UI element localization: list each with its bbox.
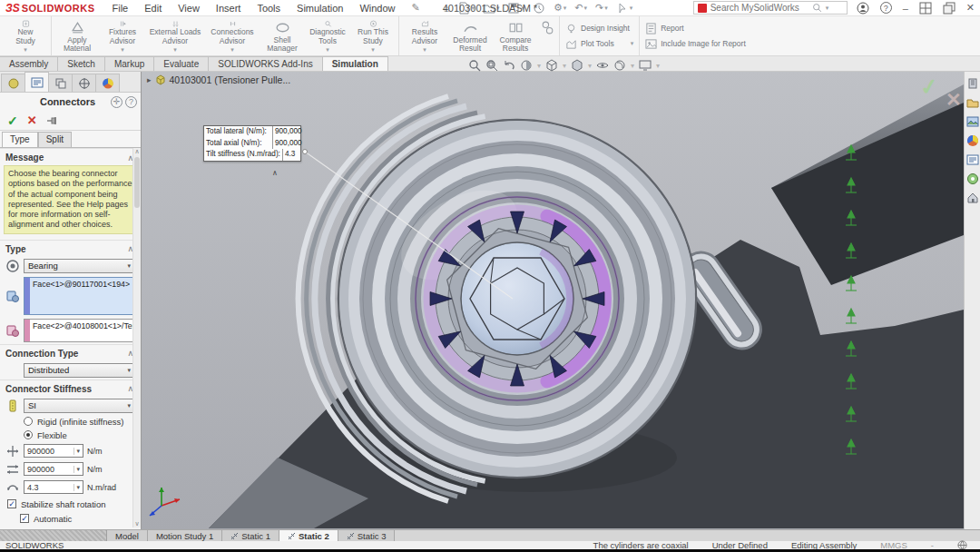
flyout-feature-tree-item[interactable]: ▸ 40103001 (Tensioner Pulle...: [147, 74, 290, 85]
pushpin-icon[interactable]: [46, 115, 61, 126]
expand-icon[interactable]: ▸: [147, 75, 152, 84]
view-orientation-icon[interactable]: [545, 59, 558, 72]
face-selection-box-2[interactable]: Face<2>@40108001<1>/Tensioner_Pull...: [24, 319, 141, 342]
connections-advisor-button[interactable]: ConnectionsAdvisor ▾: [205, 18, 260, 54]
viewports-button[interactable]: [919, 2, 932, 15]
callout-collapse-icon[interactable]: ∧: [272, 169, 278, 177]
zoom-to-fit-icon[interactable]: [468, 59, 481, 72]
flexible-radio-row[interactable]: Flexible: [0, 429, 141, 442]
print-button[interactable]: [530, 2, 548, 15]
zoom-to-area-icon[interactable]: [485, 59, 498, 72]
shell-manager-button[interactable]: ShellManager: [260, 18, 305, 54]
open-document-button[interactable]: ▾: [480, 2, 503, 15]
fixtures-advisor-button[interactable]: FixturesAdvisor ▾: [100, 18, 145, 54]
search-icon[interactable]: [812, 3, 822, 13]
mode-tab-split[interactable]: Split: [38, 132, 72, 147]
stabilize-checkbox[interactable]: ✓: [7, 499, 16, 508]
confirmation-corner-ok-icon[interactable]: ✓: [918, 74, 940, 102]
panel-help-icon[interactable]: ?: [125, 96, 137, 108]
previous-view-icon[interactable]: [503, 59, 515, 72]
design-insight-button[interactable]: Design Insight: [565, 23, 633, 34]
home-button[interactable]: ⌂: [441, 3, 453, 14]
lateral-stiffness-input[interactable]: 900000▾: [24, 444, 83, 458]
search-input[interactable]: [710, 3, 808, 13]
axial-stiffness-input[interactable]: 900000▾: [24, 462, 83, 476]
mode-tab-type[interactable]: Type: [2, 132, 38, 147]
tab-featuremanager[interactable]: [1, 74, 25, 92]
select-button[interactable]: ▾: [613, 2, 636, 15]
deformed-result-button[interactable]: DeformedResult: [447, 18, 493, 54]
face-1-entry[interactable]: Face<1>@90117001<194>: [30, 278, 132, 314]
compare-results-button[interactable]: CompareResults: [493, 18, 538, 54]
tab-simulation[interactable]: Simulation: [322, 56, 388, 71]
display-style-icon[interactable]: [571, 59, 583, 72]
menu-file[interactable]: File: [104, 3, 137, 14]
connector-type-select[interactable]: Bearing▾: [24, 259, 135, 273]
automatic-row[interactable]: ✓ Automatic: [0, 511, 141, 526]
tab-markup[interactable]: Markup: [104, 56, 154, 71]
tab-static-2[interactable]: Static 2: [279, 530, 338, 541]
tilt-stiffness-input[interactable]: 4.3▾: [24, 480, 83, 494]
results-advisor-button[interactable]: ResultsAdvisor ▾: [402, 18, 447, 54]
tab-model[interactable]: Model: [107, 530, 148, 541]
face-2-entry[interactable]: Face<2>@40108001<1>/Tensioner_Pull...: [30, 320, 141, 341]
stabilize-shaft-rotation-row[interactable]: ✓ Stabilize shaft rotation: [0, 497, 141, 511]
section-view-icon[interactable]: [520, 59, 533, 72]
search-mysolidworks-box[interactable]: ▾: [693, 1, 848, 15]
menu-pin-icon[interactable]: ✎: [404, 2, 428, 14]
appearances-scenes-icon[interactable]: [966, 153, 979, 166]
run-this-study-button[interactable]: Run ThisStudy ▾: [350, 18, 396, 54]
plot-tools-button[interactable]: Plot Tools ▾: [565, 38, 633, 50]
help-button[interactable]: ?: [880, 2, 892, 14]
apply-material-button[interactable]: ApplyMaterial: [54, 18, 100, 54]
offloaded-simulation-button[interactable]: [538, 18, 556, 54]
forum-home-icon[interactable]: [966, 192, 979, 204]
menu-edit[interactable]: Edit: [136, 3, 170, 14]
custom-properties-icon[interactable]: [966, 172, 979, 185]
menu-simulation[interactable]: Simulation: [289, 3, 351, 14]
tab-configurationmanager[interactable]: [48, 74, 73, 92]
flexible-radio[interactable]: [24, 430, 33, 439]
face-selection-box-1[interactable]: Face<1>@90117001<194>: [24, 277, 135, 315]
tab-assembly[interactable]: Assembly: [0, 56, 58, 71]
undo-button[interactable]: ↶▾: [572, 2, 590, 14]
rigid-radio[interactable]: [24, 417, 33, 426]
menu-tools[interactable]: Tools: [249, 3, 289, 14]
connection-type-select[interactable]: Distributed▾: [24, 363, 135, 378]
file-explorer-icon[interactable]: [966, 115, 979, 128]
new-study-button[interactable]: NewStudy ▾: [3, 18, 48, 54]
section-header-connector-stiffness[interactable]: Connector Stiffness∧: [0, 380, 141, 397]
tab-static-1[interactable]: Static 1: [222, 530, 279, 541]
hide-show-items-icon[interactable]: [596, 59, 609, 72]
menu-view[interactable]: View: [170, 3, 208, 14]
solidworks-resources-icon[interactable]: [966, 77, 979, 90]
cancel-button[interactable]: ✕: [27, 113, 37, 127]
ok-button[interactable]: ✓: [7, 113, 18, 128]
tab-sketch[interactable]: Sketch: [57, 56, 105, 71]
confirmation-corner-cancel-icon[interactable]: ✕: [946, 89, 962, 111]
redo-button[interactable]: ↷▾: [593, 2, 611, 14]
design-library-icon[interactable]: [966, 96, 979, 109]
edit-appearance-icon[interactable]: [613, 59, 626, 72]
section-header-connection-type[interactable]: Connection Type∧: [0, 344, 141, 361]
restore-window-button[interactable]: [943, 2, 956, 15]
menu-insert[interactable]: Insert: [208, 3, 250, 14]
tab-propertymanager[interactable]: [24, 72, 49, 92]
save-button[interactable]: ▾: [505, 2, 527, 15]
panel-scrollbar[interactable]: ∧ ∨: [132, 148, 141, 527]
tab-static-3[interactable]: Static 3: [338, 530, 396, 541]
user-account-icon[interactable]: [857, 2, 869, 15]
keep-visible-pin-icon[interactable]: ✛: [111, 96, 122, 108]
diagnostic-tools-button[interactable]: DiagnosticTools ▾: [305, 18, 350, 54]
search-options-icon[interactable]: ▾: [826, 5, 829, 12]
minimize-button[interactable]: –: [903, 3, 908, 14]
connector-callout[interactable]: Total lateral (N/m): 900,000 Total axial…: [203, 125, 301, 162]
options-button[interactable]: ⚙▾: [551, 2, 569, 14]
tab-solidworks-addins[interactable]: SOLIDWORKS Add-Ins: [208, 56, 322, 71]
rigid-radio-row[interactable]: Rigid (infinite stiffness): [0, 415, 141, 429]
tab-motion-study-1[interactable]: Motion Study 1: [148, 530, 222, 541]
new-document-button[interactable]: ▾: [455, 2, 477, 15]
automatic-checkbox[interactable]: ✓: [20, 514, 29, 523]
tree-item-label[interactable]: 40103001 (Tensioner Pulle...: [170, 74, 291, 85]
section-header-message[interactable]: Message∧: [0, 148, 141, 165]
